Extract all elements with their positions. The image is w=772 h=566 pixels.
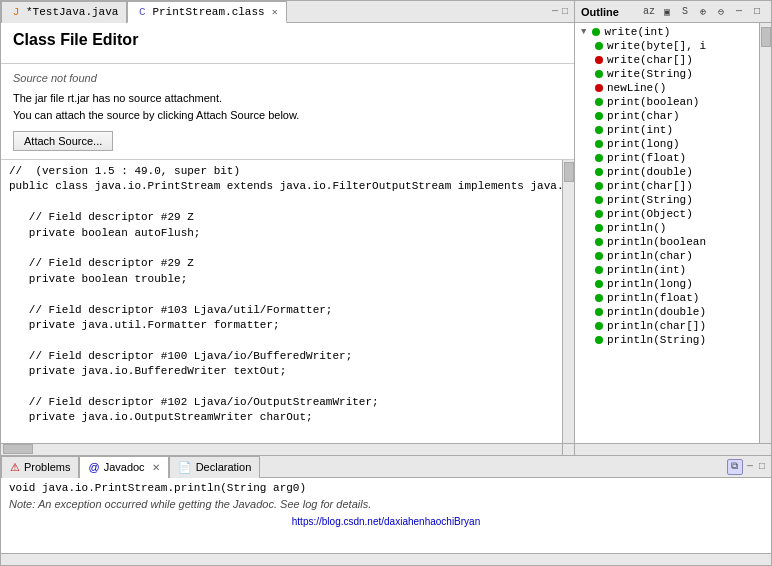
code-scroll[interactable]: // (version 1.5 : 49.0, super bit) publi… [1, 160, 562, 443]
outline-item-label: println(String) [607, 334, 706, 346]
public-method-icon [595, 196, 603, 204]
attach-source-button[interactable]: Attach Source... [13, 131, 113, 151]
outline-item-label: newLine() [607, 82, 666, 94]
outline-vertical-scrollbar[interactable] [759, 23, 771, 443]
editor-title: Class File Editor [13, 31, 562, 49]
outline-item-label: print(char) [607, 110, 680, 122]
tab-printstream-label: PrintStream.class [152, 6, 264, 18]
outline-list[interactable]: ▼write(int)write(byte[], iwrite(char[])w… [575, 23, 759, 443]
tab-problems-label: Problems [24, 461, 70, 473]
outline-item[interactable]: println(int) [575, 263, 759, 277]
outline-item[interactable]: print(boolean) [575, 95, 759, 109]
outline-item[interactable]: print(char[]) [575, 179, 759, 193]
close-tab-icon[interactable]: ✕ [272, 6, 278, 18]
tab-declaration[interactable]: 📄 Declaration [169, 456, 261, 478]
watermark-text: https://blog.csdn.net/daxiahenhaochiBrya… [9, 514, 763, 527]
bottom-maximize-icon[interactable]: □ [757, 461, 767, 472]
public-method-icon [595, 182, 603, 190]
outline-item-label: println(long) [607, 278, 693, 290]
public-method-icon [592, 28, 600, 36]
outline-item[interactable]: write(char[]) [575, 53, 759, 67]
outline-item[interactable]: println(float) [575, 291, 759, 305]
source-section: Source not found The jar file rt.jar has… [1, 64, 574, 160]
outline-controls: az ▣ S ⊕ ⊖ ─ □ [641, 4, 765, 20]
public-method-icon [595, 70, 603, 78]
outline-item-label: print(long) [607, 138, 680, 150]
expand-icon[interactable]: ⊕ [695, 4, 711, 20]
bottom-tab-controls: ⧉ ─ □ [727, 459, 771, 475]
maximize-panel-icon[interactable]: □ [749, 4, 765, 20]
public-method-icon [595, 210, 603, 218]
bottom-panel: ⚠ Problems @ Javadoc ✕ 📄 Declaration ⧉ ─… [0, 456, 772, 566]
public-method-icon [595, 42, 603, 50]
code-area[interactable]: // (version 1.5 : 49.0, super bit) publi… [1, 160, 574, 455]
outline-item[interactable]: print(Object) [575, 207, 759, 221]
outline-item-label: write(int) [604, 26, 670, 38]
bottom-h-scrollbar[interactable] [1, 553, 771, 565]
public-method-icon [595, 154, 603, 162]
outline-h-scrollbar[interactable] [575, 443, 771, 455]
desc-line2: You can attach the source by clicking At… [13, 109, 299, 121]
outline-item[interactable]: print(int) [575, 123, 759, 137]
left-panel: J *TestJava.java C PrintStream.class ✕ ─… [0, 0, 575, 456]
outline-item[interactable]: write(byte[], i [575, 39, 759, 53]
outline-item[interactable]: println(boolean [575, 235, 759, 249]
private-method-icon [595, 84, 603, 92]
minimize-icon[interactable]: ─ [550, 6, 560, 17]
sort-alpha-icon[interactable]: az [641, 4, 657, 20]
main-container: J *TestJava.java C PrintStream.class ✕ ─… [0, 0, 772, 566]
outline-item-label: write(char[]) [607, 54, 693, 66]
hide-fields-icon[interactable]: ▣ [659, 4, 675, 20]
tab-printstream[interactable]: C PrintStream.class ✕ [127, 1, 286, 23]
private-method-icon [595, 56, 603, 64]
javadoc-note: Note: An exception occurred while gettin… [9, 498, 763, 510]
collapse-icon[interactable]: ⊖ [713, 4, 729, 20]
class-file-icon: C [136, 6, 148, 18]
public-method-icon [595, 336, 603, 344]
public-method-icon [595, 266, 603, 274]
minimize-panel-icon[interactable]: ─ [731, 4, 747, 20]
tab-testjava[interactable]: J *TestJava.java [1, 1, 127, 23]
outline-item[interactable]: write(String) [575, 67, 759, 81]
horizontal-scrollbar[interactable] [1, 443, 562, 455]
outline-item[interactable]: println(String) [575, 333, 759, 347]
outline-item[interactable]: println(double) [575, 305, 759, 319]
outline-item-label: write(String) [607, 68, 693, 80]
outline-item[interactable]: println(char) [575, 249, 759, 263]
outline-item-label: println() [607, 222, 666, 234]
outline-item[interactable]: print(char) [575, 109, 759, 123]
bottom-content: void java.io.PrintStream.println(String … [1, 478, 771, 553]
tab-problems[interactable]: ⚠ Problems [1, 456, 79, 478]
outline-item[interactable]: print(double) [575, 165, 759, 179]
outline-item[interactable]: println(long) [575, 277, 759, 291]
bottom-tab-bar: ⚠ Problems @ Javadoc ✕ 📄 Declaration ⧉ ─… [1, 456, 771, 478]
outline-item[interactable]: print(long) [575, 137, 759, 151]
public-method-icon [595, 252, 603, 260]
close-javadoc-tab-icon[interactable]: ✕ [152, 462, 160, 473]
outline-item[interactable]: newLine() [575, 81, 759, 95]
hide-static-icon[interactable]: S [677, 4, 693, 20]
vertical-scrollbar[interactable] [562, 160, 574, 443]
outline-item[interactable]: print(float) [575, 151, 759, 165]
outline-item[interactable]: print(String) [575, 193, 759, 207]
bottom-minimize-icon[interactable]: ─ [745, 461, 755, 472]
outline-item-label: print(String) [607, 194, 693, 206]
outline-item-label: println(boolean [607, 236, 706, 248]
outline-item-label: println(char[]) [607, 320, 706, 332]
outline-header: Outline az ▣ S ⊕ ⊖ ─ □ [575, 1, 771, 23]
outline-item[interactable]: ▼write(int) [575, 25, 759, 39]
public-method-icon [595, 140, 603, 148]
problems-icon: ⚠ [10, 461, 20, 474]
outline-item-label: print(char[]) [607, 180, 693, 192]
maximize-icon[interactable]: □ [560, 6, 570, 17]
outline-item[interactable]: println() [575, 221, 759, 235]
public-method-icon [595, 308, 603, 316]
public-method-icon [595, 280, 603, 288]
outline-item-label: println(int) [607, 264, 686, 276]
public-method-icon [595, 112, 603, 120]
tab-javadoc[interactable]: @ Javadoc ✕ [79, 456, 168, 478]
open-browser-icon[interactable]: ⧉ [727, 459, 743, 475]
outline-item[interactable]: println(char[]) [575, 319, 759, 333]
top-area: J *TestJava.java C PrintStream.class ✕ ─… [0, 0, 772, 456]
outline-item-label: write(byte[], i [607, 40, 706, 52]
